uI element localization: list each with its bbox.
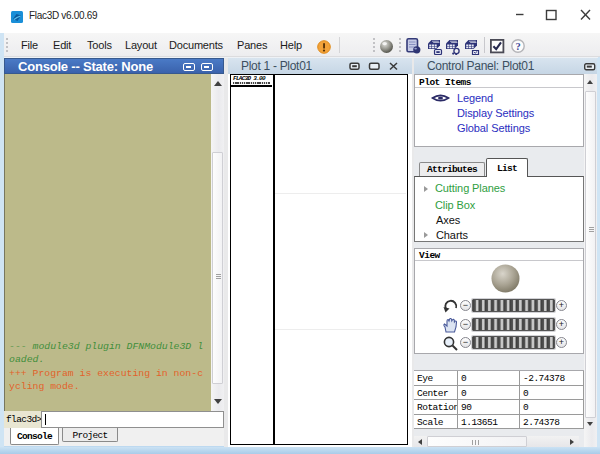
svg-text:?: ? [515, 41, 520, 52]
